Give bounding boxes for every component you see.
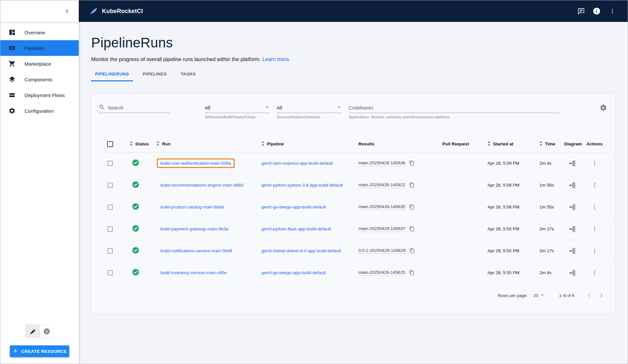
- rows-per-page-value: 20: [534, 293, 538, 298]
- tab-pipelines[interactable]: PIPELINES: [139, 72, 171, 81]
- info-icon[interactable]: [590, 4, 603, 18]
- sidebar-item-components[interactable]: Components: [0, 72, 79, 87]
- started-at-cell: Apr 28, 5:55 PM: [476, 240, 535, 262]
- pull-request-cell: [435, 218, 476, 240]
- row-actions-menu-icon[interactable]: [591, 226, 598, 232]
- select-all-checkbox[interactable]: [107, 141, 113, 147]
- copy-icon[interactable]: [409, 160, 415, 166]
- caret-down-icon: [336, 104, 342, 111]
- sort-icon[interactable]: [157, 141, 159, 147]
- tab-tasks[interactable]: TASKS: [177, 72, 200, 81]
- pipelines-icon: [8, 44, 16, 52]
- sort-icon[interactable]: [261, 141, 264, 147]
- sort-icon[interactable]: [130, 141, 133, 147]
- copy-icon[interactable]: [409, 270, 415, 275]
- result-link[interactable]: main-20250428-145922: [358, 182, 405, 188]
- next-page-icon[interactable]: [598, 292, 605, 299]
- collapse-sidebar-button[interactable]: [64, 8, 70, 14]
- sidebar-item-label: Deployment Flows: [25, 92, 65, 98]
- pipeline-link[interactable]: gerrit-go-beego-app-build-default: [261, 205, 326, 209]
- diagram-icon[interactable]: [569, 270, 576, 276]
- row-checkbox[interactable]: [107, 248, 113, 254]
- codebases-field[interactable]: Codebases Applications, libraries, autot…: [349, 103, 559, 119]
- column-label: Started at: [493, 141, 513, 146]
- result-link[interactable]: main-20250428-145625: [358, 270, 405, 276]
- row-checkbox[interactable]: [107, 226, 113, 232]
- run-link[interactable]: build-product-catalog-main-68ab: [160, 205, 224, 209]
- column-label: Pull Request: [442, 141, 469, 146]
- learn-more-link[interactable]: Learn more.: [262, 57, 290, 62]
- deployment-flows-icon: [8, 91, 16, 99]
- pipeline-link[interactable]: gerrit-npm-express-app-build-default: [261, 161, 333, 166]
- pipeline-type-select[interactable]: All All/Review/Build/Deploy/Clean: [205, 103, 270, 119]
- subtitle-text: Monitor the progress of overall pipeline…: [91, 57, 261, 62]
- plus-icon: [12, 348, 18, 355]
- sidebar-item-configuration[interactable]: Configuration: [0, 103, 79, 119]
- result-link[interactable]: main-20250428-145936: [358, 160, 405, 166]
- overflow-menu-icon[interactable]: [605, 4, 619, 18]
- row-checkbox[interactable]: [107, 183, 113, 188]
- sort-icon[interactable]: [488, 141, 490, 147]
- components-icon: [8, 75, 16, 83]
- feedback-icon[interactable]: [574, 4, 588, 18]
- app-title: KubeRocketCI: [102, 8, 143, 15]
- kubernetes-view-toggle[interactable]: [40, 325, 53, 338]
- diagram-icon[interactable]: [569, 160, 576, 167]
- copy-icon[interactable]: [409, 182, 415, 188]
- run-link[interactable]: build-recommendations-engine-main-d6b0: [160, 183, 243, 188]
- tab-pipelineruns[interactable]: PIPELINERUNS: [91, 72, 133, 81]
- sidebar: OverviewPipelinesMarketplaceComponentsDe…: [0, 0, 79, 364]
- sidebar-item-deployment-flows[interactable]: Deployment Flows: [0, 87, 79, 103]
- result-link[interactable]: main-20250428-145637: [358, 226, 405, 232]
- copy-icon[interactable]: [409, 226, 415, 232]
- row-actions-menu-icon[interactable]: [591, 160, 598, 167]
- row-checkbox[interactable]: [107, 161, 113, 166]
- result-link[interactable]: main-20250428-145635: [358, 204, 405, 210]
- diagram-icon[interactable]: [569, 182, 576, 189]
- column-header-run[interactable]: Run: [149, 136, 256, 152]
- sidebar-item-overview[interactable]: Overview: [0, 25, 79, 40]
- filter-bar: All All/Review/Build/Deploy/Clean All Su…: [91, 93, 615, 119]
- row-checkbox[interactable]: [107, 205, 113, 210]
- column-header-time[interactable]: Time: [535, 136, 564, 152]
- status-success-icon: [132, 184, 139, 189]
- pipeline-link[interactable]: gerrit-dotnet-dotnet-6.0-app-build-defau…: [261, 248, 341, 253]
- table-settings-icon[interactable]: [600, 104, 607, 112]
- run-link[interactable]: build-user-authentication-main-508a: [160, 161, 231, 166]
- time-cell: 2m 27s: [535, 218, 564, 240]
- run-link[interactable]: build-inventory-service-main-c65e: [160, 270, 227, 275]
- status-select[interactable]: All Success/Failure/Unknown: [277, 103, 342, 119]
- row-actions-menu-icon[interactable]: [591, 270, 598, 276]
- run-link[interactable]: build-notifications-service-main-5b46: [160, 248, 232, 253]
- create-resource-button[interactable]: CREATE RESOURCE: [10, 345, 69, 357]
- column-header-pipeline[interactable]: Pipeline: [256, 136, 352, 152]
- sidebar-item-marketplace[interactable]: Marketplace: [0, 56, 79, 72]
- row-actions-menu-icon[interactable]: [591, 204, 598, 210]
- sidebar-item-pipelines[interactable]: Pipelines: [0, 40, 79, 56]
- diagram-icon[interactable]: [569, 226, 576, 232]
- row-actions-menu-icon[interactable]: [591, 248, 598, 254]
- row-actions-menu-icon[interactable]: [591, 182, 598, 189]
- column-label: Run: [162, 141, 171, 146]
- column-header-status[interactable]: Status: [122, 136, 149, 152]
- copy-icon[interactable]: [409, 204, 415, 210]
- time-cell: 2m 17s: [535, 240, 564, 262]
- copy-icon[interactable]: [409, 248, 415, 254]
- column-header-started-at[interactable]: Started at: [476, 136, 535, 152]
- diagram-icon[interactable]: [569, 204, 576, 210]
- column-header-pull-request: Pull Request: [435, 136, 476, 152]
- sort-icon[interactable]: [539, 141, 542, 147]
- pipeline-link[interactable]: gerrit-python-python-3.8-app-build-defau…: [261, 183, 343, 188]
- previous-page-icon[interactable]: [586, 292, 593, 299]
- rows-per-page-select[interactable]: 20: [534, 292, 545, 299]
- pipeline-link[interactable]: gerrit-go-beego-app-build-default: [261, 270, 326, 275]
- kuberocketci-view-toggle[interactable]: [26, 325, 40, 338]
- pipeline-link[interactable]: gerrit-python-flask-app-build-default: [261, 226, 331, 231]
- diagram-icon[interactable]: [569, 248, 576, 254]
- run-link[interactable]: build-payment-gateway-main-9e3a: [160, 226, 228, 231]
- result-link[interactable]: 0.0.1-20250428-145629: [358, 248, 405, 254]
- time-cell: 1m 55s: [535, 196, 564, 218]
- row-checkbox[interactable]: [107, 270, 113, 275]
- pull-request-cell: [435, 152, 476, 174]
- search-input[interactable]: [105, 105, 171, 110]
